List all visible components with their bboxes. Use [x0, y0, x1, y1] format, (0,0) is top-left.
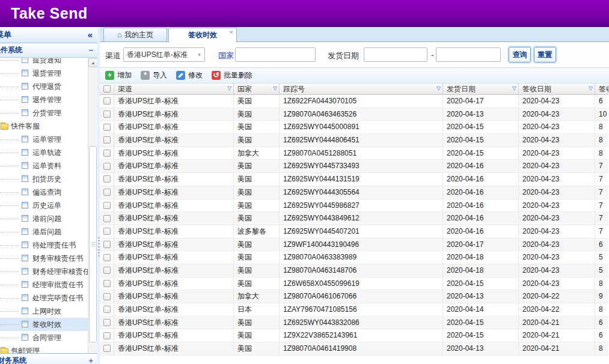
table-row[interactable]: 香港UPS红单-标准美国1Z9X22V386521439612020-04-15… [100, 329, 608, 342]
scroll-up-icon[interactable]: ▲ [88, 58, 97, 67]
row-checkbox-cell[interactable] [100, 199, 114, 212]
search-button[interactable]: 查询 [509, 47, 531, 62]
scrollbar-thumb[interactable] [89, 146, 97, 342]
table-row[interactable]: 香港UPS红单-标准美国1Z6925WY04438320862020-04-15… [100, 317, 608, 330]
row-checkbox[interactable] [103, 293, 111, 300]
add-button[interactable]: +增加 [105, 70, 132, 80]
row-checkbox-cell[interactable] [100, 173, 114, 186]
sidebar-item[interactable]: 运单管理 [0, 133, 88, 146]
row-checkbox-cell[interactable] [100, 264, 114, 277]
row-checkbox-cell[interactable] [100, 329, 114, 342]
table-row[interactable]: 香港UPS红单-标准美国1Z6925WY04459868272020-04-16… [100, 199, 608, 213]
row-checkbox-cell[interactable] [100, 160, 114, 172]
tab-sign-time[interactable]: 签收时效× [168, 28, 237, 42]
table-row[interactable]: 香港UPS红单-标准美国1Z6925WY04448064512020-04-15… [100, 134, 608, 147]
table-row[interactable]: 香港UPS红单-标准美国1Z6W658X04550996192020-04-15… [100, 278, 608, 291]
row-checkbox[interactable] [103, 241, 111, 248]
table-row[interactable]: 香港UPS红单-标准日本1ZAY796704710851562020-04-14… [100, 303, 608, 317]
sidebar-scrollbar[interactable]: ▲ ▼ [88, 58, 97, 364]
row-checkbox[interactable] [103, 111, 111, 118]
column-header[interactable]: 国家▽ [234, 83, 280, 94]
column-filter-icon[interactable]: ▽ [273, 86, 277, 91]
select-all-checkbox[interactable] [103, 85, 111, 93]
row-checkbox[interactable] [103, 332, 111, 339]
expand-section-icon[interactable]: + [88, 354, 93, 364]
table-row[interactable]: 香港UPS红单-标准美国1Z98070A04614199082020-04-13… [100, 342, 608, 356]
table-row[interactable]: 香港UPS红单-标准加拿大1Z98070A04610670662020-04-1… [100, 290, 608, 303]
row-checkbox[interactable] [103, 124, 111, 131]
column-header[interactable]: 跟踪号▽ [280, 83, 443, 94]
sidebar-item[interactable]: 偏远查询 [0, 186, 88, 199]
column-header[interactable]: 签收天数▽ [595, 83, 608, 94]
table-row[interactable]: 香港UPS红单-标准加拿大1Z98070A04512880512020-04-1… [100, 147, 608, 160]
batch-delete-button[interactable]: ↺批量删除 [212, 70, 252, 80]
row-checkbox[interactable] [103, 97, 111, 105]
row-checkbox-cell[interactable] [100, 108, 114, 121]
sidebar-item[interactable]: 运单资料 [0, 159, 88, 172]
row-checkbox[interactable] [103, 280, 111, 287]
sidebar-item[interactable]: 运单轨迹 [0, 146, 88, 159]
accordion-header-express-system[interactable]: 快件系统 − [0, 43, 97, 58]
table-row[interactable]: 香港UPS红单-标准美国1Z98070A04631487062020-04-18… [100, 264, 608, 278]
row-checkbox[interactable] [103, 163, 111, 170]
ship-date-from-input[interactable] [364, 47, 427, 62]
row-checkbox[interactable] [103, 319, 111, 326]
row-checkbox[interactable] [103, 215, 111, 222]
sidebar-item[interactable]: 退件管理 [0, 93, 88, 106]
collapse-sidebar-icon[interactable]: « [88, 27, 93, 43]
row-checkbox-cell[interactable] [100, 225, 114, 238]
row-checkbox-cell[interactable] [100, 342, 114, 355]
select-all-cell[interactable] [100, 83, 114, 94]
column-filter-icon[interactable]: ▽ [436, 86, 441, 91]
column-filter-icon[interactable]: ▽ [589, 86, 593, 91]
sidebar-item[interactable]: 财务经理审核责任书 [0, 265, 88, 278]
row-checkbox[interactable] [103, 150, 111, 157]
row-checkbox[interactable] [103, 345, 111, 352]
table-row[interactable]: 香港UPS红单-标准美国1Z6925WY04450008912020-04-15… [100, 121, 608, 134]
sidebar-item[interactable]: 经理审批责任书 [0, 278, 88, 291]
sidebar-item[interactable]: 合同管理 [0, 331, 88, 344]
sidebar-item[interactable]: 扣货历史 [0, 172, 88, 186]
sidebar-item[interactable]: 财务审核责任书 [0, 252, 88, 265]
row-checkbox-cell[interactable] [100, 121, 114, 133]
sidebar-item[interactable]: 签收时效 [0, 318, 88, 331]
row-checkbox-cell[interactable] [100, 134, 114, 147]
sidebar-item[interactable]: 港后问题 [0, 225, 88, 238]
reset-button[interactable]: 重置 [534, 47, 556, 62]
channel-select[interactable]: 香港UPS红单-标准 ▼ [123, 47, 205, 62]
sidebar-item[interactable]: 处理完毕责任书 [0, 291, 88, 305]
ship-date-to-input[interactable] [436, 47, 501, 62]
tab-close-icon[interactable]: × [229, 28, 233, 37]
row-checkbox-cell[interactable] [100, 317, 114, 329]
row-checkbox-cell[interactable] [100, 147, 114, 160]
row-checkbox-cell[interactable] [100, 212, 114, 225]
country-input[interactable] [235, 47, 316, 62]
row-checkbox-cell[interactable] [100, 303, 114, 316]
column-header[interactable]: 渠道▽ [114, 83, 234, 94]
modify-button[interactable]: 修改 [176, 70, 203, 80]
row-checkbox-cell[interactable] [100, 238, 114, 251]
tab-home[interactable]: ⌂我的主页 [103, 28, 167, 41]
row-checkbox[interactable] [103, 175, 111, 183]
chevron-down-icon[interactable]: ▼ [194, 52, 204, 58]
table-row[interactable]: 香港UPS红单-标准美国1Z6925WY04443055642020-04-16… [100, 186, 608, 199]
sidebar-item[interactable]: 提货通知 [0, 58, 88, 67]
column-header[interactable]: 签收日期▽ [519, 83, 595, 94]
row-checkbox-cell[interactable] [100, 290, 114, 303]
table-row[interactable]: 香港UPS红单-标准波多黎各1Z6925WY04454072012020-04-… [100, 225, 608, 238]
accordion-header-finance-system[interactable]: 财务系统 + [0, 353, 97, 364]
table-row[interactable]: 香港UPS红单-标准美国1Z9WF14004431904962020-04-17… [100, 238, 608, 252]
table-row[interactable]: 香港UPS红单-标准美国1Z98070A04634635262020-04-13… [100, 108, 608, 121]
table-row[interactable]: 香港UPS红单-标准美国1Z6925WY04438496122020-04-16… [100, 212, 608, 225]
row-checkbox[interactable] [103, 136, 111, 144]
row-checkbox-cell[interactable] [100, 186, 114, 199]
column-filter-icon[interactable]: ▽ [512, 86, 516, 91]
table-row[interactable]: 香港UPS红单-标准美国1Z6925WY04457334932020-04-16… [100, 160, 608, 173]
sidebar-item[interactable]: 港前问题 [0, 212, 88, 225]
sidebar-item[interactable]: 退货管理 [0, 67, 88, 80]
column-filter-icon[interactable]: ▽ [227, 86, 231, 91]
row-checkbox[interactable] [103, 202, 111, 209]
table-row[interactable]: 香港UPS红单-标准美国1Z98070A04633839892020-04-18… [100, 251, 608, 264]
collapse-section-icon[interactable]: − [88, 43, 93, 57]
row-checkbox[interactable] [103, 267, 111, 274]
